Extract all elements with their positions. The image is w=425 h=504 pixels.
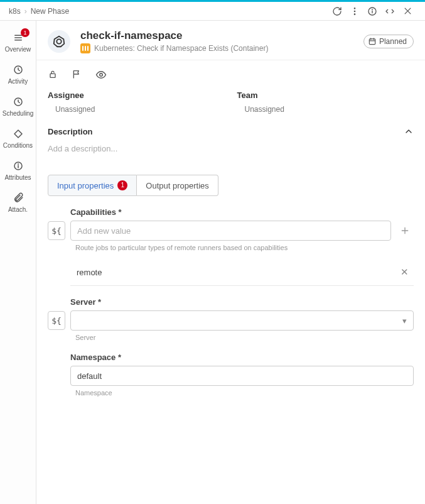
nav-activity[interactable]: Activity bbox=[0, 58, 36, 90]
nav-attach[interactable]: Attach. bbox=[0, 186, 36, 218]
nav-scheduling[interactable]: Scheduling bbox=[0, 90, 36, 122]
capability-chip: remote ✕ bbox=[70, 256, 414, 286]
nav-label: Activity bbox=[8, 78, 28, 85]
side-nav: 1 Overview Activity Scheduling Condition… bbox=[0, 21, 36, 504]
status-label: Planned bbox=[379, 37, 407, 46]
description-input[interactable]: Add a description... bbox=[36, 141, 425, 166]
variable-button[interactable]: ${ bbox=[48, 311, 65, 330]
tab-label: Input properties bbox=[57, 181, 114, 190]
page-subtitle: Kubernetes: Check if Namespace Exists (C… bbox=[94, 44, 268, 53]
svg-point-2 bbox=[354, 14, 355, 14]
chip-text: remote bbox=[77, 268, 398, 277]
chip-remove-icon[interactable]: ✕ bbox=[398, 265, 411, 279]
add-value-button[interactable] bbox=[396, 222, 414, 239]
namespace-input[interactable] bbox=[70, 366, 414, 386]
nav-label: Conditions bbox=[3, 142, 33, 149]
nav-overview[interactable]: 1 Overview bbox=[0, 26, 36, 58]
provider-icon bbox=[80, 43, 90, 53]
nav-label: Overview bbox=[5, 46, 31, 53]
refresh-icon[interactable] bbox=[328, 3, 346, 20]
namespace-help: Namespace bbox=[75, 389, 414, 397]
breadcrumb-item[interactable]: k8s bbox=[9, 7, 21, 16]
svg-point-18 bbox=[56, 39, 61, 43]
kubernetes-icon bbox=[48, 30, 70, 53]
server-help: Server bbox=[75, 334, 414, 341]
expand-icon[interactable] bbox=[381, 3, 399, 20]
nav-label: Attach. bbox=[8, 206, 28, 213]
tab-output-properties[interactable]: Output properties bbox=[137, 175, 218, 196]
svg-point-5 bbox=[372, 9, 373, 10]
breadcrumb-sep: › bbox=[24, 7, 27, 16]
capabilities-input[interactable] bbox=[70, 221, 391, 241]
nav-badge: 1 bbox=[21, 28, 30, 37]
close-icon[interactable] bbox=[399, 3, 416, 20]
header: check-if-namespace Kubernetes: Check if … bbox=[36, 21, 425, 60]
lock-icon[interactable] bbox=[48, 69, 58, 80]
namespace-label: Namespace * bbox=[70, 353, 414, 362]
svg-point-16 bbox=[18, 164, 18, 165]
tab-label: Output properties bbox=[146, 181, 208, 190]
chevron-down-icon: ▾ bbox=[402, 316, 407, 326]
assignee-label: Assignee bbox=[48, 90, 225, 100]
server-select[interactable]: ▾ bbox=[70, 310, 414, 331]
chevron-up-icon[interactable] bbox=[404, 126, 414, 136]
server-label: Server * bbox=[70, 297, 414, 307]
tab-input-properties[interactable]: Input properties 1 bbox=[48, 175, 137, 196]
svg-rect-23 bbox=[50, 74, 55, 77]
svg-rect-19 bbox=[369, 39, 375, 45]
page-title: check-if-namespace bbox=[80, 30, 363, 42]
assignee-value[interactable]: Unassigned bbox=[48, 105, 225, 114]
info-icon[interactable] bbox=[363, 3, 381, 20]
svg-point-0 bbox=[354, 8, 355, 8]
more-vertical-icon[interactable] bbox=[346, 3, 363, 20]
tab-badge: 1 bbox=[117, 180, 127, 190]
breadcrumb-bar: k8s › New Phase bbox=[0, 2, 425, 21]
svg-marker-13 bbox=[14, 130, 22, 138]
svg-point-1 bbox=[354, 11, 355, 11]
nav-label: Attributes bbox=[4, 174, 31, 181]
nav-conditions[interactable]: Conditions bbox=[0, 122, 36, 154]
status-pill[interactable]: Planned bbox=[363, 35, 414, 48]
capabilities-label: Capabilities * bbox=[70, 207, 414, 217]
breadcrumb-item[interactable]: New Phase bbox=[31, 7, 69, 16]
svg-marker-17 bbox=[54, 36, 65, 47]
team-label: Team bbox=[237, 90, 414, 100]
nav-label: Scheduling bbox=[3, 110, 33, 117]
flag-icon[interactable] bbox=[72, 69, 82, 80]
capabilities-help: Route jobs to particular types of remote… bbox=[75, 244, 414, 251]
property-tabs: Input properties 1 Output properties bbox=[48, 175, 414, 196]
nav-attributes[interactable]: Attributes bbox=[0, 154, 36, 186]
eye-icon[interactable] bbox=[95, 69, 107, 80]
variable-button[interactable]: ${ bbox=[48, 221, 65, 240]
action-bar bbox=[36, 60, 425, 87]
team-value[interactable]: Unassigned bbox=[237, 105, 414, 114]
description-label: Description bbox=[48, 127, 404, 136]
svg-point-24 bbox=[100, 74, 103, 77]
description-header[interactable]: Description bbox=[36, 115, 425, 141]
